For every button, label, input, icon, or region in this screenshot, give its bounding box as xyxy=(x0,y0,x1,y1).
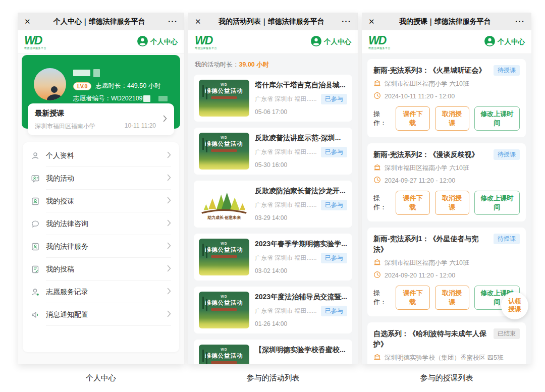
user-center-button[interactable]: 个人中心 xyxy=(311,36,351,48)
document-edit-icon xyxy=(31,265,40,274)
avatar[interactable] xyxy=(34,68,66,100)
menu-item-legal-consult[interactable]: 我的法律咨询 xyxy=(23,212,179,235)
menu-item-notification-settings[interactable]: 消息通知配置 xyxy=(23,303,179,326)
close-icon[interactable]: ✕ xyxy=(195,17,201,26)
activity-icon xyxy=(31,174,40,183)
course-card[interactable]: 新雨-宪法系列2：《漫谈反歧视》 待授课 深圳市福田区福南小学 六10班 202… xyxy=(367,143,526,221)
download-courseware-button[interactable]: 课件下载 xyxy=(396,286,430,310)
titlebar: ✕ 个人中心｜维德法律服务平台 ··· xyxy=(18,13,184,30)
school-icon xyxy=(373,353,381,362)
wd-logo[interactable]: WD 维德法律服务平台 xyxy=(24,35,46,49)
latest-course-time: 10-11 11:20 xyxy=(125,122,156,131)
wd-logo[interactable]: WD 维德法律服务平台 xyxy=(195,35,217,49)
volunteer-record-icon xyxy=(31,288,40,297)
latest-course-card[interactable]: 最新授课 深圳市福田区福南小学 10-11 11:20 xyxy=(28,103,174,135)
course-title: 新雨-宪法系列3：《火星城听证会》 xyxy=(373,65,489,76)
download-courseware-button[interactable]: 课件下载 xyxy=(396,191,430,215)
app-header: WD 维德法律服务平台 个人中心 xyxy=(188,30,358,54)
user-center-button[interactable]: 个人中心 xyxy=(137,36,178,48)
activity-card[interactable]: 助力成长 创意未来 反欺凌防治家长普法沙龙开... 广东省 深圳市 福田....… xyxy=(194,181,352,228)
activity-thumbnail: WD维德公益活动 xyxy=(199,292,249,328)
caption-courses-list: 参与的授课列表 xyxy=(362,373,531,383)
download-courseware-button[interactable]: 课件下载 xyxy=(396,106,430,131)
activity-thumbnail: WD维德公益活动 xyxy=(199,239,249,275)
menu-item-volunteer-records[interactable]: 志愿服务记录 xyxy=(23,281,179,303)
chevron-right-icon xyxy=(167,174,171,183)
status-badge: 已参与 xyxy=(321,147,347,157)
menu-item-profile[interactable]: 个人资料 xyxy=(23,144,179,167)
close-icon[interactable]: ✕ xyxy=(24,17,31,26)
chevron-right-icon xyxy=(167,219,171,229)
menu-label: 我的法律服务 xyxy=(46,242,167,251)
megaphone-icon xyxy=(31,310,40,319)
menu-label: 我的法律咨询 xyxy=(46,219,167,229)
menu-item-my-courses[interactable]: 我的授课 xyxy=(23,190,179,212)
cancel-course-button[interactable]: 取消授课 xyxy=(435,191,469,215)
school-icon xyxy=(373,163,381,173)
activity-card[interactable]: WD维德公益活动 2023年度法治辅导员交流暨... 广东省 深圳市 福田...… xyxy=(194,287,352,333)
captions-row: 个人中心 参与的活动列表 参与的授课列表 xyxy=(18,373,545,383)
status-badge: 已参与 xyxy=(321,306,347,316)
user-center-button[interactable]: 个人中心 xyxy=(484,36,525,48)
chevron-right-icon xyxy=(167,265,171,274)
screens-row: ✕ 个人中心｜维德法律服务平台 ··· WD 维德法律服务平台 个人中心 xyxy=(0,0,545,364)
activity-thumbnail-trees: 助力成长 创意未来 xyxy=(199,186,249,222)
user-center-label: 个人中心 xyxy=(498,37,525,46)
activity-card[interactable]: WD维德公益活动 【深圳明德实验学校香蜜校... 广东省 深圳市 福田 已参与 xyxy=(194,340,352,364)
activity-hours: 我的活动时长：39.00 小时 xyxy=(195,61,351,69)
menu-item-my-activities[interactable]: 我的活动 xyxy=(23,167,179,190)
latest-course-school: 深圳市福田区福南小学 xyxy=(35,122,95,131)
close-icon[interactable]: ✕ xyxy=(368,17,375,26)
change-time-button[interactable]: 修改上课时间 xyxy=(474,106,520,131)
status-badge: 已结束 xyxy=(494,328,520,339)
thumb-title: 维德公益活动 xyxy=(205,87,243,95)
ops-label: 操作： xyxy=(373,194,391,212)
fab-label: 授课 xyxy=(509,306,521,314)
thumb-title: 维德公益活动 xyxy=(205,299,243,307)
more-menu-icon[interactable]: ··· xyxy=(515,17,525,26)
cancel-course-button[interactable]: 取消授课 xyxy=(435,286,469,310)
activity-card[interactable]: WD维德公益活动 反欺凌普法讲座示范-深圳... 广东省 深圳市 福田.....… xyxy=(194,128,352,175)
user-center-label: 个人中心 xyxy=(324,37,351,46)
activity-title: 塔什库尔干塔吉克自治县城... xyxy=(255,81,347,90)
chevron-right-icon xyxy=(163,115,167,124)
caption-personal-center: 个人中心 xyxy=(18,373,184,383)
school-icon xyxy=(373,79,381,88)
user-center-label: 个人中心 xyxy=(150,37,178,46)
activity-location: 广东省 深圳市 福田...... xyxy=(255,201,317,209)
activity-card[interactable]: WD维德公益活动 2023年春季学期明德实验学... 广东省 深圳市 福田...… xyxy=(194,234,352,281)
titlebar: ✕ 我的活动列表｜维德法律服务平台 ··· xyxy=(188,13,358,30)
menu-item-legal-service[interactable]: 我的法律服务 xyxy=(23,235,179,258)
course-school: 深圳市福田区福南小学 六10班 xyxy=(385,259,469,267)
teaching-icon xyxy=(31,197,40,206)
logo-subtext: 维德法律服务平台 xyxy=(24,47,46,49)
activity-title: 反欺凌普法讲座示范-深圳... xyxy=(255,134,347,143)
logo-text: WD xyxy=(368,35,391,46)
course-card[interactable]: 自选系列：《哈利波特与未成年人保护》 已结束 深圳明德实验学校（集团）香蜜校区 … xyxy=(367,322,526,364)
screen-personal-center: ✕ 个人中心｜维德法律服务平台 ··· WD 维德法律服务平台 个人中心 xyxy=(18,13,184,364)
more-menu-icon[interactable]: ··· xyxy=(342,17,351,26)
menu-label: 我的授课 xyxy=(46,197,167,206)
ops-label: 操作： xyxy=(373,289,391,307)
wd-logo[interactable]: WD 维德法律服务平台 xyxy=(368,35,391,49)
person-icon xyxy=(31,151,40,160)
chevron-right-icon xyxy=(167,197,171,206)
claim-course-fab[interactable]: 认领 授课 xyxy=(501,292,528,319)
activity-title: 2023年度法治辅导员交流暨... xyxy=(255,293,347,302)
chevron-right-icon xyxy=(167,288,171,297)
user-avatar-icon xyxy=(484,36,495,48)
course-time: 2024-10-11 11:20 - 12:00 xyxy=(385,93,455,100)
menu-label: 我的投稿 xyxy=(46,265,167,274)
course-card[interactable]: 新雨-宪法系列3：《火星城听证会》 待授课 深圳市福田区福南小学 六10班 20… xyxy=(367,59,526,137)
cancel-course-button[interactable]: 取消授课 xyxy=(435,106,469,131)
course-title: 新雨-宪法系列2：《漫谈反歧视》 xyxy=(373,149,489,160)
more-menu-icon[interactable]: ··· xyxy=(168,17,178,26)
ops-label: 操作： xyxy=(373,109,391,128)
activity-title: 2023年春季学期明德实验学... xyxy=(255,240,347,249)
menu-item-my-submissions[interactable]: 我的投稿 xyxy=(23,258,179,281)
thumb-logo: WD xyxy=(221,83,228,86)
page-title: 个人中心｜维德法律服务平台 xyxy=(31,17,168,26)
change-time-button[interactable]: 修改上课时间 xyxy=(474,191,520,215)
activity-card[interactable]: WD维德公益活动 塔什库尔干塔吉克自治县城... 广东省 深圳市 福田.....… xyxy=(194,75,352,122)
menu-label: 志愿服务记录 xyxy=(46,288,167,297)
